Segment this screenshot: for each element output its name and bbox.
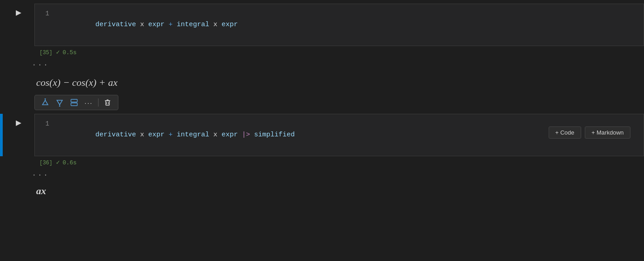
code-token: + <box>165 21 177 28</box>
math-formula-36: ax <box>36 185 46 197</box>
svg-rect-6 <box>71 99 77 102</box>
code-token: expr <box>148 131 165 139</box>
math-output-36: ax <box>0 182 644 201</box>
svg-marker-5 <box>59 106 61 107</box>
code-line-35: 1 derivative x expr + integral x expr <box>42 9 636 41</box>
code-line-36: 1 derivative x expr + integral x expr |>… <box>42 119 636 151</box>
code-token: simplified <box>254 131 295 139</box>
code-content-35: derivative x expr + integral x expr <box>55 9 238 41</box>
split-cell-icon <box>70 98 78 107</box>
math-output-35: cos(x) − cos(x) + ax <box>0 72 644 98</box>
cell-36-timing: 0.6s <box>62 159 76 166</box>
svg-marker-2 <box>44 98 46 99</box>
cell-35-body: 1 derivative x expr + integral x expr <box>34 4 644 46</box>
svg-rect-7 <box>71 103 77 106</box>
run-cell-35-button[interactable]: ▶ <box>16 9 21 16</box>
ellipsis-row-2: ··· <box>0 168 644 182</box>
top-toolbar: + Code + Markdown <box>549 126 630 139</box>
cell-36: ··· ▶ 1 derivative x expr + int <box>0 114 644 156</box>
ellipsis-row-1: ··· <box>0 58 644 72</box>
code-token: derivative <box>95 21 140 28</box>
delete-cell-button[interactable] <box>101 97 114 108</box>
notebook: + Code + Markdown ▶ 1 derivative x expr … <box>0 0 644 261</box>
code-token: integral <box>177 21 213 28</box>
code-token: x <box>140 21 148 28</box>
toolbar-divider <box>98 98 99 107</box>
math-formula-35: cos(x) − cos(x) + ax <box>36 77 118 89</box>
ellipsis-text-2: ··· <box>32 171 49 180</box>
run-above-icon <box>41 98 49 107</box>
cell-35-check-icon: ✓ <box>56 48 60 56</box>
run-above-button[interactable] <box>38 97 52 108</box>
code-content-36: derivative x expr + integral x expr |> s… <box>55 119 295 151</box>
cell-36-status-row: [36] ✓ 0.6s <box>0 156 644 168</box>
code-token: x <box>213 21 221 28</box>
cell-35-gutter: ▶ <box>3 4 34 46</box>
code-token: x <box>213 131 221 139</box>
split-cell-button[interactable] <box>67 97 81 108</box>
code-token: expr <box>221 131 238 139</box>
code-token: integral <box>177 131 213 139</box>
cell-36-gutter: ▶ <box>3 114 34 156</box>
svg-marker-3 <box>57 100 62 105</box>
run-below-icon <box>56 98 64 107</box>
code-token: expr <box>221 21 238 28</box>
add-code-button[interactable]: + Code <box>549 126 581 139</box>
code-token: expr <box>148 21 165 28</box>
ellipsis-text-1: ··· <box>32 61 49 70</box>
cell-35-number: [35] <box>34 50 52 56</box>
code-token: derivative <box>95 131 140 139</box>
cell-35: ▶ 1 derivative x expr + integral x expr <box>0 4 644 46</box>
run-below-button[interactable] <box>53 97 66 108</box>
cell-35-timing: 0.5s <box>62 49 76 56</box>
code-token: + <box>165 131 177 139</box>
code-token: x <box>140 131 148 139</box>
cell-36-check-icon: ✓ <box>56 158 60 166</box>
svg-rect-8 <box>106 101 109 105</box>
cell-36-number: [36] <box>34 160 52 166</box>
line-number-36: 1 <box>42 120 49 127</box>
delete-icon <box>103 98 112 107</box>
svg-marker-0 <box>42 100 48 105</box>
add-markdown-button[interactable]: + Markdown <box>585 126 630 139</box>
code-token: |> <box>238 131 254 139</box>
cell-36-toolbar: ··· <box>34 95 118 110</box>
more-options-button[interactable]: ··· <box>82 98 96 108</box>
cell-35-status-row: [35] ✓ 0.5s <box>0 46 644 58</box>
line-number-35: 1 <box>42 10 49 17</box>
run-cell-36-button[interactable]: ▶ <box>16 119 21 126</box>
